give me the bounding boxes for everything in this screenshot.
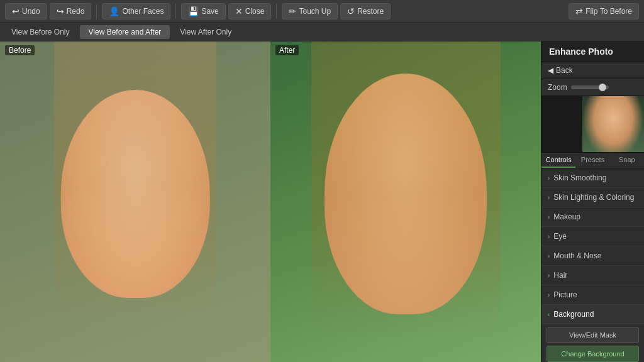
- zoom-thumb: [599, 84, 606, 91]
- flip-icon: ⇄: [575, 6, 583, 16]
- before-label: Before: [5, 45, 35, 55]
- before-face-simulation: [0, 41, 270, 362]
- separator-1: [96, 4, 97, 19]
- control-skin-lighting[interactable]: › Skin Lighting & Coloring: [541, 188, 644, 207]
- zoom-control: Zoom: [541, 79, 644, 96]
- preview-thumbnail: [541, 96, 644, 153]
- expand-icon: ›: [548, 214, 550, 221]
- control-eye[interactable]: › Eye: [541, 227, 644, 246]
- after-label: After: [275, 45, 299, 55]
- control-background[interactable]: ‹ Background: [541, 305, 644, 324]
- back-arrow-icon: ◀: [548, 66, 553, 75]
- after-panel: After: [270, 41, 541, 362]
- after-face-simulation: [270, 41, 541, 362]
- expand-icon: ›: [548, 272, 550, 279]
- change-background-button[interactable]: Change Background: [547, 346, 639, 362]
- close-icon: ✕: [235, 6, 243, 16]
- back-button[interactable]: ◀ Back: [541, 62, 644, 79]
- flip-to-before-button[interactable]: ⇄ Flip To Before: [569, 3, 639, 19]
- right-panel: Enhance Photo ◀ Back Zoom Controls Prese…: [541, 41, 644, 362]
- undo-button[interactable]: ↩ Undo: [5, 3, 47, 19]
- restore-icon: ↺: [347, 6, 355, 16]
- undo-icon: ↩: [12, 6, 19, 16]
- save-icon: 💾: [188, 6, 199, 16]
- main-area: Before After Enhance Photo ◀ Back Zoom: [0, 41, 644, 362]
- collapse-icon: ‹: [548, 311, 550, 318]
- control-hair[interactable]: › Hair: [541, 266, 644, 285]
- control-makeup[interactable]: › Makeup: [541, 207, 644, 227]
- before-panel: Before: [0, 41, 270, 362]
- restore-button[interactable]: ↺ Restore: [340, 3, 391, 19]
- tab-before-only[interactable]: View Before Only: [3, 25, 79, 39]
- close-button[interactable]: ✕ Close: [228, 3, 272, 19]
- control-picture[interactable]: › Picture: [541, 285, 644, 305]
- tab-before-and-after[interactable]: View Before and After: [80, 25, 170, 39]
- background-section: View/Edit Mask Change Background: [541, 327, 644, 362]
- expand-icon: ›: [548, 194, 550, 201]
- tab-controls[interactable]: Controls: [541, 153, 575, 168]
- before-photo: [0, 41, 270, 362]
- panel-title: Enhance Photo: [541, 41, 644, 62]
- tab-presets[interactable]: Presets: [575, 153, 609, 168]
- redo-button[interactable]: ↪ Redo: [50, 3, 92, 19]
- view-edit-mask-button[interactable]: View/Edit Mask: [547, 327, 639, 343]
- zoom-track: [571, 85, 609, 89]
- separator-2: [175, 4, 176, 19]
- separator-3: [276, 4, 277, 19]
- tab-after-only[interactable]: View After Only: [171, 25, 240, 39]
- view-tabs-bar: View Before Only View Before and After V…: [0, 23, 644, 41]
- expand-icon: ›: [548, 253, 550, 260]
- touch-up-button[interactable]: ✏ Touch Up: [282, 3, 338, 19]
- save-button[interactable]: 💾 Save: [181, 3, 225, 19]
- other-faces-button[interactable]: 👤 Other Faces: [102, 3, 170, 19]
- person-icon: 👤: [109, 6, 119, 16]
- toolbar: ↩ Undo ↪ Redo 👤 Other Faces 💾 Save ✕ Clo…: [0, 0, 644, 23]
- expand-icon: ›: [548, 233, 550, 240]
- controls-list: › Skin Smoothing › Skin Lighting & Color…: [541, 168, 644, 362]
- control-skin-smoothing[interactable]: › Skin Smoothing: [541, 168, 644, 188]
- panel-tabs: Controls Presets Snap: [541, 153, 644, 168]
- control-mouth-nose[interactable]: › Mouth & Nose: [541, 246, 644, 266]
- brush-icon: ✏: [289, 6, 296, 16]
- expand-icon: ›: [548, 292, 550, 299]
- redo-icon: ↪: [57, 6, 64, 16]
- after-photo: [270, 41, 541, 362]
- tab-snap[interactable]: Snap: [610, 153, 644, 168]
- canvas-area: Before After: [0, 41, 541, 362]
- expand-icon: ›: [548, 175, 550, 182]
- preview-face: [582, 96, 644, 152]
